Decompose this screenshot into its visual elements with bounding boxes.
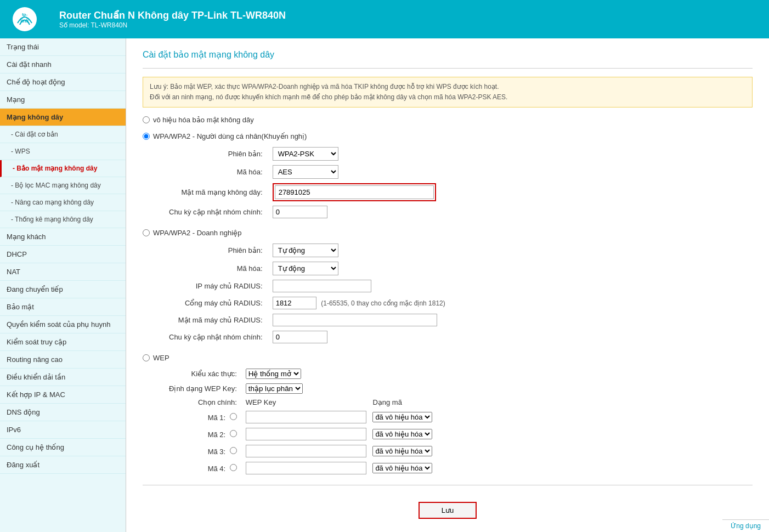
wpa-enterprise-table: Phiên bản: Tự động WPA WPA2 Mã hóa: Tự đ… xyxy=(165,241,450,346)
password-input[interactable] xyxy=(275,185,434,199)
radio-label-disable[interactable]: vô hiệu hóa bảo mật không dây xyxy=(143,116,753,124)
sidebar-item-bao-mat-mang-khong-day[interactable]: - Bảo mật mạng không dây xyxy=(0,160,126,177)
sidebar-item-dang-xuat[interactable]: Đăng xuất xyxy=(0,456,126,474)
wep-key-2-encoding[interactable]: đã vô hiệu hóa 64-bit 128-bit 152-bit xyxy=(372,429,432,439)
password-row: Mật mã mạng không dây: xyxy=(165,181,440,203)
ent-version-cell: Tự động WPA WPA2 xyxy=(268,241,450,259)
footer-link[interactable]: Ứng dụng xyxy=(731,522,761,530)
sidebar-item-nat[interactable]: NAT xyxy=(0,263,126,281)
ent-encryption-label: Mã hóa: xyxy=(165,259,268,278)
auth-type-select[interactable]: Hệ thống mở Khóa chia sẻ Tự động xyxy=(246,369,301,379)
radio-label-wep[interactable]: WEP xyxy=(143,354,753,362)
sidebar-item-trang-thai[interactable]: Trạng thái xyxy=(0,38,126,56)
radio-wpa-enterprise-label: WPA/WPA2 - Doanh nghiệp xyxy=(153,229,241,237)
wep-key-2-input[interactable] xyxy=(246,428,366,440)
ent-encryption-cell: Tự động TKIP AES xyxy=(268,259,450,278)
password-cell xyxy=(268,181,440,203)
sidebar-item-quyen-kiem-soat[interactable]: Quyền kiểm soát của phụ huynh xyxy=(0,316,126,333)
radio-label-wpa-enterprise[interactable]: WPA/WPA2 - Doanh nghiệp xyxy=(143,229,753,237)
sidebar-item-dang-chuyen-tiep[interactable]: Đang chuyển tiếp xyxy=(0,281,126,298)
wep-key-3-label: Mã 3: xyxy=(165,443,241,460)
wep-key-1-input[interactable] xyxy=(246,411,366,423)
radio-section-wpa-personal: WPA/WPA2 - Người dùng cá nhân(Khuyến ngh… xyxy=(143,132,753,220)
ent-encryption-select[interactable]: Tự động TKIP AES xyxy=(273,262,338,275)
header: tp- link Router Chuẩn N Không dây TP-Lin… xyxy=(0,0,769,38)
sidebar-item-cai-dat-co-ban[interactable]: - Cài đặt cơ bản xyxy=(0,126,126,143)
encryption-label: Mã hóa: xyxy=(165,163,268,181)
sidebar-item-thong-ke[interactable]: - Thống kê mạng không dây xyxy=(0,211,126,228)
wep-key-1-radio[interactable] xyxy=(230,413,237,420)
group-key-input[interactable] xyxy=(273,206,327,218)
radius-ip-label: IP máy chủ RADIUS: xyxy=(165,278,268,295)
wep-key-2-radio[interactable] xyxy=(230,430,237,437)
version-select[interactable]: WPA2-PSK WPA-PSK Tự động xyxy=(273,147,338,161)
sidebar-item-che-do-hoat-dong[interactable]: Chế độ hoạt động xyxy=(0,73,126,91)
save-button[interactable]: Lưu xyxy=(419,502,477,519)
key-format-row: Định dạng WEP Key: thập lục phân ASCII xyxy=(165,381,437,396)
sub-title: Số model: TL-WR840N xyxy=(59,21,286,29)
sidebar-item-cai-dat-nhanh[interactable]: Cài đặt nhanh xyxy=(0,56,126,73)
ent-group-key-label: Chu kỳ cập nhật nhóm chính: xyxy=(165,329,268,346)
sidebar-item-dieu-khien-dai-tan[interactable]: Điều khiển dải tần xyxy=(0,369,126,386)
sidebar-item-mang[interactable]: Mạng xyxy=(0,91,126,109)
sidebar-item-nang-cao[interactable]: - Nâng cao mạng không dây xyxy=(0,194,126,211)
radius-port-note: (1-65535, 0 thay cho cổng mặc định 1812) xyxy=(321,299,445,307)
wep-key-2-cell: đã vô hiệu hóa 64-bit 128-bit 152-bit xyxy=(241,426,437,443)
sidebar-item-routing-nang-cao[interactable]: Routing nâng cao xyxy=(0,351,126,369)
key-format-select[interactable]: thập lục phân ASCII xyxy=(246,383,303,394)
radio-section-wep: WEP Kiểu xác thực: Hệ thống mở Khóa chia… xyxy=(143,354,753,477)
radio-wep[interactable] xyxy=(143,354,150,361)
radius-password-cell xyxy=(268,312,450,329)
divider-top xyxy=(143,68,753,69)
ent-group-key-cell xyxy=(268,329,450,346)
encryption-select[interactable]: AES TKIP Tự động xyxy=(273,165,338,179)
key-format-label: Định dạng WEP Key: xyxy=(165,381,241,396)
sidebar-item-bao-mat[interactable]: Bảo mật xyxy=(0,298,126,316)
radio-wpa-enterprise[interactable] xyxy=(143,229,150,236)
main-content: Cài đặt bảo mật mạng không dây Lưu ý: Bả… xyxy=(126,38,769,532)
ent-encryption-row: Mã hóa: Tự động TKIP AES xyxy=(165,259,450,278)
radius-port-cell: (1-65535, 0 thay cho cổng mặc định 1812) xyxy=(268,295,450,312)
sidebar-item-bo-loc-mac[interactable]: - Bộ lọc MAC mạng không dây xyxy=(0,177,126,194)
notice-box: Lưu ý: Bảo mật WEP, xác thực WPA/WPA2-Do… xyxy=(143,77,753,107)
wep-key-row-1: Mã 1: đã vô hiệu hóa 64-bit 128-bit 152-… xyxy=(165,409,437,426)
radio-wpa-personal-label: WPA/WPA2 - Người dùng cá nhân(Khuyến ngh… xyxy=(153,132,307,140)
radius-ip-input[interactable] xyxy=(273,280,371,292)
radius-password-input[interactable] xyxy=(273,314,437,326)
sidebar-item-cong-cu-he-thong[interactable]: Công cụ hệ thống xyxy=(0,439,126,456)
radius-port-input[interactable] xyxy=(273,297,316,309)
ent-group-key-input[interactable] xyxy=(273,331,327,343)
wep-key-4-radio[interactable] xyxy=(230,464,237,471)
radio-label-wpa-personal[interactable]: WPA/WPA2 - Người dùng cá nhân(Khuyến ngh… xyxy=(143,132,753,140)
wep-key-3-encoding[interactable]: đã vô hiệu hóa 64-bit 128-bit 152-bit xyxy=(372,446,432,456)
sidebar-item-mang-khong-day[interactable]: Mạng không dây xyxy=(0,109,126,126)
sidebar-item-ipv6[interactable]: IPv6 xyxy=(0,421,126,439)
sidebar-item-wps[interactable]: - WPS xyxy=(0,143,126,160)
wep-key-1-encoding[interactable]: đã vô hiệu hóa 64-bit 128-bit 152-bit xyxy=(372,412,432,422)
encryption-row: Mã hóa: AES TKIP Tự động xyxy=(165,163,440,181)
auth-type-label: Kiểu xác thực: xyxy=(165,366,241,381)
ent-version-row: Phiên bản: Tự động WPA WPA2 xyxy=(165,241,450,259)
wep-key-3-radio[interactable] xyxy=(230,447,237,454)
sidebar-item-dhcp[interactable]: DHCP xyxy=(0,246,126,263)
wep-key-column-header: WEP Key xyxy=(246,398,366,406)
wep-key-4-encoding[interactable]: đã vô hiệu hóa 64-bit 128-bit 152-bit xyxy=(372,463,432,473)
notice-line1: Lưu ý: Bảo mật WEP, xác thực WPA/WPA2-Do… xyxy=(150,82,745,92)
wep-key-3-input[interactable] xyxy=(246,445,366,457)
radio-disable[interactable] xyxy=(143,116,150,123)
radius-port-row: Cổng máy chủ RADIUS: (1-65535, 0 thay ch… xyxy=(165,295,450,312)
radius-ip-row: IP máy chủ RADIUS: xyxy=(165,278,450,295)
wep-key-4-input[interactable] xyxy=(246,462,366,474)
page-title: Cài đặt bảo mật mạng không dây xyxy=(143,49,753,60)
radio-wpa-personal[interactable] xyxy=(143,133,150,140)
ent-version-select[interactable]: Tự động WPA WPA2 xyxy=(273,244,338,257)
sidebar-item-mang-khach[interactable]: Mạng khách xyxy=(0,228,126,246)
sidebar-item-kiem-soat-truy-cap[interactable]: Kiểm soát truy cập xyxy=(0,333,126,351)
group-key-row: Chu kỳ cập nhật nhóm chính: xyxy=(165,203,440,220)
wep-key-3-cell: đã vô hiệu hóa 64-bit 128-bit 152-bit xyxy=(241,443,437,460)
sidebar-item-ket-hop-ip-mac[interactable]: Kết hợp IP & MAC xyxy=(0,386,126,404)
password-highlight-wrapper xyxy=(273,183,436,201)
wpa-personal-table: Phiên bản: WPA2-PSK WPA-PSK Tự động Mã h… xyxy=(165,145,440,220)
ent-version-label: Phiên bản: xyxy=(165,241,268,259)
sidebar-item-dns-dong[interactable]: DNS động xyxy=(0,404,126,421)
